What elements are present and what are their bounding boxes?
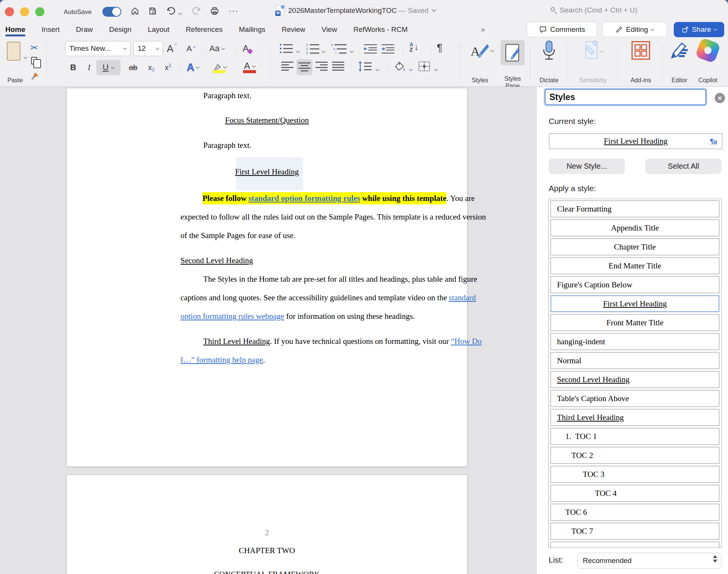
copilot-button[interactable]: [695, 40, 721, 61]
select-all-button[interactable]: Select All: [645, 158, 722, 174]
comments-button[interactable]: Comments: [527, 22, 597, 37]
title-menu-chevron-icon[interactable]: [431, 7, 436, 12]
multilevel-list-chevron-icon[interactable]: [350, 47, 353, 54]
doc-hyperlink[interactable]: “How Do: [451, 337, 482, 346]
change-case-button[interactable]: Aa: [209, 42, 224, 55]
align-left-button[interactable]: [281, 61, 294, 72]
close-window-button[interactable]: [5, 7, 14, 16]
copy-icon[interactable]: [31, 57, 37, 64]
style-item-toc-2[interactable]: TOC 2: [551, 447, 719, 464]
clear-formatting-button[interactable]: A: [243, 42, 252, 55]
numbered-list-button[interactable]: 123: [306, 42, 320, 55]
paste-menu-chevron-icon[interactable]: [24, 53, 27, 60]
zoom-window-button[interactable]: [35, 7, 44, 16]
shading-button[interactable]: [394, 61, 406, 72]
more-commands-icon[interactable]: ···: [228, 6, 239, 16]
paste-button[interactable]: [7, 42, 20, 61]
borders-button[interactable]: [418, 61, 431, 72]
bullet-list-button[interactable]: [279, 42, 293, 55]
format-painter-icon[interactable]: [30, 72, 39, 80]
style-item-table-s-caption-above[interactable]: Table's Caption Above: [551, 390, 719, 407]
undo-menu-chevron-icon[interactable]: [179, 9, 182, 16]
bullet-list-chevron-icon[interactable]: [297, 47, 299, 54]
document-canvas[interactable]: Paragraph text.Focus Statement/QuestionP…: [0, 87, 536, 574]
justify-button[interactable]: [331, 61, 345, 72]
share-button[interactable]: Share: [674, 22, 724, 37]
doc-hyperlink[interactable]: I…” formatting help page: [180, 355, 263, 364]
text-effects-button[interactable]: A: [184, 60, 202, 75]
editing-mode-button[interactable]: Editing: [602, 22, 667, 37]
save-icon[interactable]: [147, 6, 158, 16]
style-item-second-level-heading[interactable]: Second Level Heading: [551, 371, 719, 388]
undo-icon[interactable]: [165, 6, 176, 16]
addins-button[interactable]: [626, 40, 656, 61]
grow-font-button[interactable]: A⌃: [167, 42, 178, 55]
style-item-clear-formatting[interactable]: Clear Formatting: [551, 201, 719, 217]
tab-references[interactable]: References: [186, 21, 223, 38]
multilevel-list-button[interactable]: 1ai: [331, 42, 347, 55]
font-color-button[interactable]: A: [241, 60, 258, 75]
tab-draw[interactable]: Draw: [76, 21, 93, 38]
style-item-first-level-heading[interactable]: First Level Heading: [551, 295, 719, 312]
home-icon[interactable]: [130, 6, 140, 16]
tab-mailings[interactable]: Mailings: [239, 21, 265, 38]
tab-insert[interactable]: Insert: [42, 21, 60, 38]
tabs-overflow-chevron[interactable]: »: [481, 21, 484, 38]
search-input[interactable]: Search (Cmd + Ctrl + U): [551, 6, 637, 14]
show-paragraph-marks-button[interactable]: ¶: [437, 42, 442, 54]
cut-icon[interactable]: ✂: [30, 42, 38, 53]
style-item-toc-3[interactable]: TOC 3: [551, 466, 719, 483]
new-style-button[interactable]: New Style...: [549, 158, 625, 174]
tab-design[interactable]: Design: [109, 21, 132, 38]
strikethrough-button[interactable]: ab: [125, 60, 141, 75]
italic-button[interactable]: I: [84, 60, 94, 75]
minimize-window-button[interactable]: [20, 7, 29, 16]
increase-indent-button[interactable]: [381, 42, 395, 55]
bold-button[interactable]: B: [67, 60, 79, 75]
sort-button[interactable]: AZ ↓: [410, 42, 419, 52]
dictate-button[interactable]: [535, 40, 563, 63]
tab-layout[interactable]: Layout: [148, 21, 169, 38]
subscript-button[interactable]: x2: [145, 60, 158, 75]
style-item-figure-s-caption-below[interactable]: Figure's Caption Below: [551, 276, 719, 293]
close-styles-pane-icon[interactable]: ×: [715, 93, 725, 103]
line-spacing-button[interactable]: [358, 61, 372, 72]
numbered-list-chevron-icon[interactable]: [322, 47, 325, 54]
style-item-third-level-heading[interactable]: Third Level Heading: [551, 409, 719, 426]
style-item-toc-7[interactable]: TOC 7: [551, 523, 719, 539]
align-center-button[interactable]: [297, 59, 312, 75]
style-item-chapter-title[interactable]: Chapter Title: [551, 238, 719, 255]
underline-button[interactable]: U: [96, 60, 121, 75]
style-item-toc-6[interactable]: TOC 6: [551, 504, 719, 521]
styles-pane-search-input[interactable]: Styles: [545, 89, 706, 105]
document-title[interactable]: 2026MasterTemplateWorkingTOC — Saved: [288, 6, 428, 15]
styles-gallery-button[interactable]: A: [465, 40, 495, 64]
tab-home[interactable]: Home: [5, 21, 25, 38]
style-item-end-matter-title[interactable]: End Matter Title: [551, 257, 719, 274]
style-item-normal[interactable]: Normal: [551, 352, 719, 369]
doc-hyperlink[interactable]: option formatting rules webpage: [180, 312, 284, 321]
tab-view[interactable]: View: [322, 21, 337, 38]
sensitivity-button[interactable]: [575, 40, 611, 61]
superscript-button[interactable]: x2: [162, 60, 174, 75]
style-item-toc-4[interactable]: TOC 4: [551, 485, 719, 502]
style-item-partial[interactable]: [551, 542, 719, 548]
editor-button[interactable]: [667, 40, 692, 61]
style-item-appendix-title[interactable]: Appendix Title: [551, 220, 719, 236]
style-item-1-toc-1[interactable]: 1. TOC 1: [551, 428, 719, 445]
doc-hyperlink[interactable]: standard: [449, 293, 476, 302]
styles-pane-button[interactable]: [500, 40, 526, 65]
list-filter-select[interactable]: Recommended: [577, 553, 722, 569]
style-item-hanging-indent[interactable]: hanging-indent: [551, 333, 719, 350]
shading-chevron-icon[interactable]: [410, 65, 412, 72]
highlight-color-button[interactable]: [211, 60, 228, 75]
doc-hyperlink[interactable]: standard option formatting rules: [248, 192, 360, 204]
font-size-select[interactable]: 12: [133, 41, 163, 56]
decrease-indent-button[interactable]: [363, 42, 378, 55]
shrink-font-button[interactable]: A⌄: [187, 42, 196, 55]
line-spacing-chevron-icon[interactable]: [376, 65, 379, 72]
document-page-1[interactable]: Paragraph text.Focus Statement/QuestionP…: [66, 88, 468, 467]
print-icon[interactable]: [209, 6, 220, 16]
tab-review[interactable]: Review: [282, 21, 305, 38]
tab-refworks-rcm[interactable]: RefWorks - RCM: [353, 21, 408, 38]
